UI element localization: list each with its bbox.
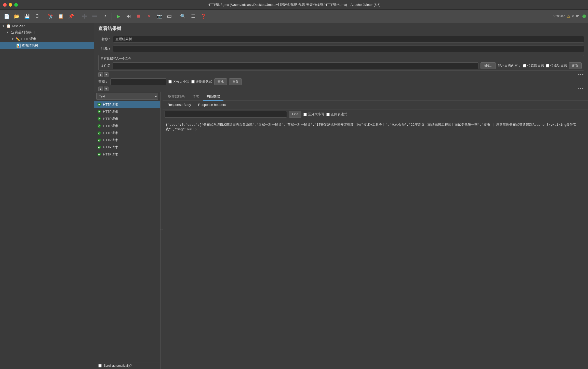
tab-sampler[interactable]: 取样器结果 xyxy=(165,93,188,101)
maximize-button[interactable] xyxy=(14,3,18,7)
reset-button[interactable]: 重置 xyxy=(229,78,242,85)
tab-request[interactable]: 请求 xyxy=(189,93,203,101)
paste-icon[interactable]: 📌 xyxy=(66,12,76,21)
only-success-checkbox[interactable] xyxy=(546,64,549,67)
template-icon[interactable]: 🗃 xyxy=(165,12,174,21)
status-total: 0/5 xyxy=(576,15,580,18)
sidebar-item-test-plan[interactable]: ▼ 📋 Test Plan xyxy=(0,23,94,29)
file-input[interactable] xyxy=(113,62,478,69)
close-button[interactable] xyxy=(3,3,7,7)
open-icon[interactable]: 📂 xyxy=(12,12,21,21)
resp-tab-headers[interactable]: Response headers xyxy=(195,102,229,108)
tab-request-label: 请求 xyxy=(192,94,199,98)
resp-tab-body[interactable]: Response Body xyxy=(165,102,194,108)
minimize-button[interactable] xyxy=(9,3,12,7)
splitter[interactable]: ⋮ xyxy=(161,92,163,369)
toolbar: 📄 📂 💾 🗒 ✂️ 📋 📌 ➕ ➖ ↺ ▶ ⏭ ⏹ ✕ 📷 🗃 🔍 ☰ ❓ 0… xyxy=(0,10,588,23)
sidebar-item-http-request[interactable]: ▼ ✏️ HTTP请求 xyxy=(0,36,94,42)
expand-icon[interactable]: ➕ xyxy=(80,12,89,21)
result-item[interactable]: HTTP请求 xyxy=(94,151,160,158)
separator-1 xyxy=(44,13,44,20)
view-result-icon: 📊 xyxy=(16,44,21,48)
file-section-title: 所有数据写入一个文件 xyxy=(101,56,582,61)
regex-checkbox[interactable] xyxy=(191,80,195,83)
result-item-label: HTTP请求 xyxy=(103,124,118,128)
resp-find-button[interactable]: Find xyxy=(289,111,301,118)
collapse-icon[interactable]: ➖ xyxy=(90,12,99,21)
screenshot-icon[interactable]: 📷 xyxy=(155,12,164,21)
window-controls[interactable] xyxy=(3,3,18,7)
shield-success-icon xyxy=(97,152,101,157)
list-icon[interactable]: ☰ xyxy=(189,12,198,21)
search-row: 查找： 区分大小写 正则表达式 查找 重置 xyxy=(94,77,588,86)
warning-icon: ⚠ xyxy=(567,14,570,19)
search-icon[interactable]: 🔍 xyxy=(178,12,188,21)
resp-regex-group: 正则表达式 xyxy=(326,112,347,117)
status-time: 00:00:07 xyxy=(553,15,565,18)
resp-search-bar: Find 区分大小写 正则表达式 xyxy=(163,109,588,119)
search-input[interactable] xyxy=(110,78,166,85)
sidebar-item-product-list[interactable]: ▼ 🗂 商品列表接口 xyxy=(0,29,94,36)
config-button[interactable]: 配置 xyxy=(569,62,582,69)
result-item-label: HTTP请求 xyxy=(103,102,118,107)
dots-menu-2[interactable]: ••• xyxy=(578,87,584,91)
clear-icon[interactable]: ↺ xyxy=(100,12,110,21)
up-btn-1[interactable]: ▲ xyxy=(98,72,103,77)
result-item[interactable]: HTTP请求 xyxy=(94,122,160,130)
dots-menu-1[interactable]: ••• xyxy=(578,72,584,77)
sidebar: ▼ 📋 Test Plan ▼ 🗂 商品列表接口 ▼ ✏️ HTTP请求 📊 查… xyxy=(0,23,94,369)
name-row: 名称： xyxy=(94,34,588,44)
stop-icon[interactable]: ⏹ xyxy=(134,12,143,21)
search-label: 查找： xyxy=(98,79,108,84)
result-item[interactable]: HTTP请求 xyxy=(94,101,160,108)
result-item[interactable]: HTTP请求 xyxy=(94,108,160,115)
sidebar-item-view-result-tree[interactable]: 📊 查看结果树 xyxy=(0,42,94,49)
result-item[interactable]: HTTP请求 xyxy=(94,130,160,137)
test-plan-label: Test Plan xyxy=(12,24,25,28)
log-content-label: 显示日志内容： xyxy=(498,63,521,68)
save-icon[interactable]: 💾 xyxy=(22,12,32,21)
name-label: 名称： xyxy=(98,37,111,41)
result-item-label: HTTP请求 xyxy=(103,131,118,135)
result-item[interactable]: HTTP请求 xyxy=(94,115,160,122)
copy-icon[interactable]: 📋 xyxy=(56,12,65,21)
browse-button[interactable]: 浏览... xyxy=(480,62,496,69)
start-remote-icon[interactable]: ⏭ xyxy=(124,12,133,21)
resp-tab-body-label: Response Body xyxy=(168,103,191,107)
shield-success-icon xyxy=(97,124,101,128)
http-request-label: HTTP请求 xyxy=(21,37,36,41)
name-input[interactable] xyxy=(113,36,584,42)
find-button[interactable]: 查找 xyxy=(214,78,227,85)
down-btn-2[interactable]: ▼ xyxy=(104,87,109,91)
help-icon[interactable]: ❓ xyxy=(199,12,208,21)
comment-label: 注释： xyxy=(98,47,111,51)
shutdown-icon[interactable]: ✕ xyxy=(144,12,154,21)
bottom-bar: Scroll automatically? xyxy=(94,362,160,369)
up-btn-2[interactable]: ▲ xyxy=(98,87,103,91)
run-icon[interactable]: ▶ xyxy=(114,12,123,21)
view-result-label: 查看结果树 xyxy=(22,43,38,48)
regex-group: 正则表达式 xyxy=(191,79,212,84)
resp-regex-checkbox[interactable] xyxy=(326,113,330,116)
shield-success-icon xyxy=(97,138,101,143)
main-layout: ▼ 📋 Test Plan ▼ 🗂 商品列表接口 ▼ ✏️ HTTP请求 📊 查… xyxy=(0,23,588,369)
result-item-label: HTTP请求 xyxy=(103,152,118,157)
down-btn-1[interactable]: ▼ xyxy=(104,72,109,77)
tab-response[interactable]: 响应数据 xyxy=(203,93,223,101)
save-all-icon[interactable]: 🗒 xyxy=(33,12,42,21)
scroll-auto-checkbox[interactable] xyxy=(98,364,102,367)
case-sensitive-group: 区分大小写 xyxy=(168,79,189,84)
case-sensitive-checkbox[interactable] xyxy=(168,80,172,83)
only-error-label: 仅错误日志 xyxy=(527,63,544,68)
resp-case-checkbox[interactable] xyxy=(303,113,307,116)
shield-success-icon xyxy=(97,145,101,150)
view-format-dropdown[interactable]: Text XML JSON HTML xyxy=(96,93,158,100)
comment-input[interactable] xyxy=(113,46,584,52)
result-item[interactable]: HTTP请求 xyxy=(94,144,160,151)
only-error-checkbox[interactable] xyxy=(523,64,526,67)
cut-icon[interactable]: ✂️ xyxy=(46,12,55,21)
result-item[interactable]: HTTP请求 xyxy=(94,137,160,144)
resp-search-input[interactable] xyxy=(165,111,287,118)
new-icon[interactable]: 📄 xyxy=(2,12,11,21)
resp-regex-label: 正则表达式 xyxy=(331,112,347,117)
